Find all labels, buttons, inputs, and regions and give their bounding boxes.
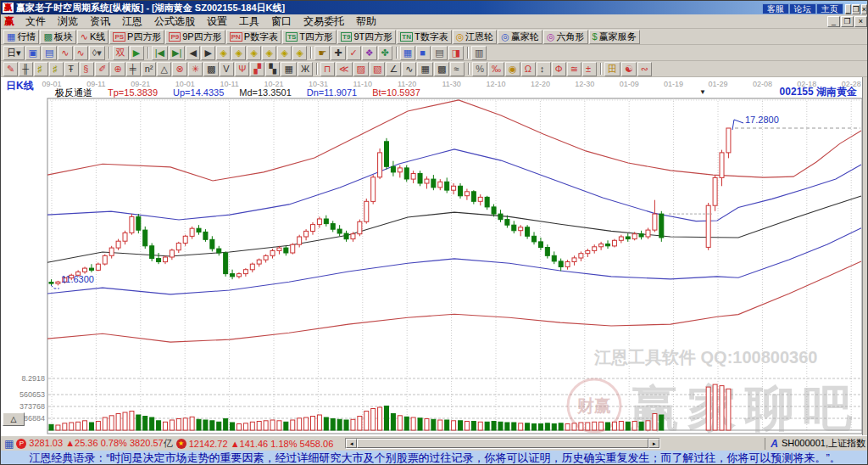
first-bar-button[interactable]: |◀ <box>152 46 168 60</box>
stamp-button[interactable]: ❖ <box>362 46 377 60</box>
target-button[interactable]: ⊗ <box>172 62 186 76</box>
layout-button[interactable]: ▤ <box>42 46 57 60</box>
starburst-button[interactable]: ✳ <box>188 62 203 76</box>
close-button[interactable]: × <box>861 4 867 14</box>
menu-file[interactable]: 文件 <box>19 14 52 29</box>
diamond-tool-5-button[interactable]: ◈ <box>277 46 292 60</box>
quote-button[interactable]: ▦行情 <box>3 30 39 44</box>
menu-settings[interactable]: 设置 <box>201 14 233 29</box>
mdi-restore-button[interactable]: ❐ <box>841 16 854 27</box>
current-index-label[interactable]: SH000001,上证指数 <box>782 437 865 450</box>
menu-tools[interactable]: 工具 <box>233 14 265 29</box>
hexagon-button[interactable]: ◎六角形 <box>543 30 588 44</box>
shanghai-index-quote[interactable]: 3281.03 ▲25.36 0.78% 3820.57亿 <box>29 437 172 450</box>
menu-window[interactable]: 窗口 <box>265 14 298 29</box>
calendar-icon[interactable]: ▦ <box>4 438 14 450</box>
ladder-button[interactable]: ± <box>582 62 597 76</box>
forum-link[interactable]: 论坛 <box>789 3 816 14</box>
gold-circle-button[interactable]: ◉ <box>505 62 520 76</box>
gann-grid-button[interactable]: ╫ <box>19 62 33 76</box>
minimize-button[interactable]: _ <box>845 4 851 14</box>
calendar-button[interactable]: ▦ <box>400 46 415 60</box>
matrix-button[interactable]: ▦ <box>417 62 432 76</box>
candle-style-button[interactable]: ◊▾ <box>89 46 105 60</box>
restore-button[interactable]: ❐ <box>852 4 860 14</box>
horizontal-scrollbar[interactable]: ◂ ▸ <box>345 438 660 449</box>
double-k-button[interactable]: 双 <box>113 46 129 60</box>
diamond-tool-6-button[interactable]: ◈ <box>292 46 307 60</box>
homepage-link[interactable]: 主页 <box>816 3 843 14</box>
mdi-minimize-button[interactable]: _ <box>827 16 840 27</box>
menu-formula-pick[interactable]: 公式选股 <box>148 14 201 29</box>
scroll-right-button[interactable]: ▸ <box>648 439 659 448</box>
gold-section-button[interactable]: Ω <box>521 62 536 76</box>
support-link[interactable]: 客服 <box>762 3 789 14</box>
cycle-arc-button[interactable]: § <box>80 62 94 76</box>
expand-volume-button[interactable]: △ <box>3 412 25 426</box>
lines-button[interactable]: ≈ <box>450 62 465 76</box>
shade2-button[interactable]: ▚ <box>265 62 280 76</box>
kline-button[interactable]: ∿K线 <box>77 30 109 44</box>
shade1-button[interactable]: ▞ <box>250 62 264 76</box>
computer-button[interactable]: ▥ <box>471 46 487 60</box>
9p-square-button[interactable]: P99P四方形 <box>165 30 225 44</box>
angle-pen-button[interactable]: ✐ <box>95 62 109 76</box>
mini-kline2-button[interactable]: ∿ <box>74 46 88 60</box>
split-button[interactable]: ↕ <box>537 62 551 76</box>
flag-button[interactable]: ▶ <box>130 46 144 60</box>
p-square-button[interactable]: PSP四方形 <box>109 30 164 44</box>
calculator-button[interactable]: ■ <box>416 46 431 60</box>
analyze-button[interactable]: ✤ <box>378 46 392 60</box>
vee-button[interactable]: V <box>220 62 234 76</box>
gridbox-button[interactable]: ▦ <box>281 62 296 76</box>
menu-browse[interactable]: 浏览 <box>52 14 84 29</box>
diamond-tool-4-button[interactable]: ◈ <box>262 46 276 60</box>
infinity-button[interactable]: ∾ <box>637 62 652 76</box>
net-button[interactable]: ▩ <box>203 62 219 76</box>
channel-button[interactable]: ⊓ <box>320 62 335 76</box>
shenzhen-index-icon[interactable]: ★ <box>176 439 186 449</box>
n2-button[interactable]: n² <box>142 62 157 76</box>
mdi-close-button[interactable]: × <box>854 16 867 27</box>
shenzhen-index-quote[interactable]: 12142.72 ▲141.46 1.18% 5458.06 <box>189 439 334 449</box>
diamond-tool-1-button[interactable]: ◈ <box>216 46 231 60</box>
diamond-tool-2-button[interactable]: ◈ <box>231 46 246 60</box>
fork-button[interactable]: Ψ <box>235 62 249 76</box>
permille-button[interactable]: ‰ <box>488 62 504 76</box>
triangle-button[interactable]: △ <box>157 62 171 76</box>
t-table-button[interactable]: TNT数字表 <box>397 30 451 44</box>
last-bar-button[interactable]: ▶| <box>169 46 185 60</box>
shanghai-index-icon[interactable]: P <box>16 439 26 449</box>
mini-kline-button[interactable]: ∿ <box>58 46 72 60</box>
angle-button[interactable]: ∠ <box>386 62 401 76</box>
steps-button[interactable]: ≅ <box>567 62 581 76</box>
crosshair-button[interactable]: ✚ <box>331 46 345 60</box>
chart-mode-button[interactable]: ▣ <box>25 46 41 60</box>
p-table-button[interactable]: PNP数字表 <box>226 30 281 44</box>
period-day-button[interactable]: 日▾ <box>3 46 25 60</box>
draw-pen-button[interactable]: ✎ <box>3 62 18 76</box>
circle-cross-button[interactable]: ⊕ <box>110 62 125 76</box>
menu-trade[interactable]: 交易委托 <box>298 14 350 29</box>
9t-square-button[interactable]: T99T四方形 <box>337 30 396 44</box>
next-bar-button[interactable]: ▶ <box>201 46 215 60</box>
boxfill2-button[interactable]: ▧ <box>370 62 385 76</box>
t-square-button[interactable]: TST四方形 <box>282 30 337 44</box>
kline-chart[interactable]: 09-0109-1109-2110-0110-1110-2110-3111-10… <box>1 79 868 435</box>
gold-grid-button[interactable]: 田 <box>604 62 620 76</box>
scroll-left-button[interactable]: ◂ <box>346 439 357 448</box>
rays-button[interactable]: ≪ <box>336 62 353 76</box>
winner-wheel-button[interactable]: ◎赢家轮 <box>498 30 542 44</box>
zigzag-button[interactable]: Ж <box>298 62 313 76</box>
notebook-button[interactable]: ▤ <box>431 46 447 60</box>
sector-button[interactable]: ▩板块 <box>40 30 75 44</box>
menu-help[interactable]: 帮助 <box>350 14 382 29</box>
winner-service-button[interactable]: $赢家服务 <box>589 30 640 44</box>
menu-news[interactable]: 资讯 <box>84 14 116 29</box>
matrix2-button[interactable]: ▩ <box>434 62 449 76</box>
wave-button[interactable]: ∿ <box>402 62 416 76</box>
gann-fan-up-button[interactable]: ♯ <box>34 62 48 76</box>
select-button[interactable]: ✓ <box>347 46 361 60</box>
menu-gann[interactable]: 江恩 <box>116 14 148 29</box>
save-disk-button[interactable]: ◨ <box>448 46 464 60</box>
